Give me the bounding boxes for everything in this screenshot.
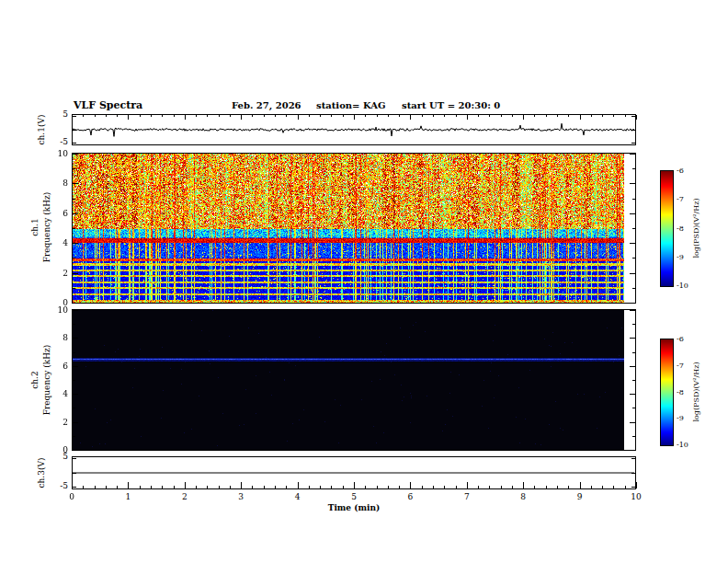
x-tick-label: 1 <box>119 492 137 501</box>
x-minor-tick-top <box>275 115 276 117</box>
x-minor-tick-top <box>106 115 107 117</box>
x-minor-tick-top <box>557 115 558 117</box>
x-minor-tick-top <box>501 115 502 117</box>
ch2-spectrogram-canvas <box>73 310 624 450</box>
x-minor-tick-top <box>489 115 490 117</box>
date-label: Feb. 27, 2026 <box>232 100 301 110</box>
x-minor-tick <box>444 486 445 488</box>
x-minor-tick <box>309 486 310 488</box>
x-major-tick <box>241 482 242 488</box>
freq-tick <box>73 366 78 367</box>
figure-title: VLF Spectra <box>74 99 142 111</box>
x-major-tick <box>298 482 299 488</box>
x-major-tick-top <box>354 115 355 120</box>
colorbar-tick-label: -6 <box>677 167 684 175</box>
volt-tick-right <box>631 116 635 117</box>
volt-tick-right <box>631 473 635 474</box>
x-minor-tick <box>534 486 535 488</box>
ch2-spec-channel-label: ch.2 <box>30 362 40 398</box>
freq-tick <box>73 273 78 274</box>
x-major-tick <box>636 482 637 488</box>
colorbar-ch1-label: log(PSD)(V²/Hz) <box>692 187 701 270</box>
freq-tick-right <box>632 258 635 259</box>
vlf-spectra-figure: VLF Spectra Feb. 27, 2026 station= KAG s… <box>0 0 728 563</box>
freq-tick-right <box>630 338 635 339</box>
x-major-tick <box>467 482 468 488</box>
freq-tick-label: 10 <box>51 149 68 158</box>
x-minor-tick <box>489 486 490 488</box>
x-minor-tick-top <box>331 115 332 117</box>
x-minor-tick-top <box>207 115 208 117</box>
colorbar-ch2-canvas <box>661 339 673 445</box>
x-minor-tick-top <box>422 115 423 117</box>
x-minor-tick <box>219 486 220 488</box>
x-minor-tick-top <box>83 115 84 117</box>
x-minor-tick <box>264 486 265 488</box>
freq-tick-label: 8 <box>51 178 68 188</box>
freq-tick-label: 2 <box>51 269 68 278</box>
volt-tick-right <box>631 130 635 131</box>
colorbar-ch1 <box>660 170 674 287</box>
x-minor-tick <box>140 486 141 488</box>
x-minor-tick-top <box>591 115 592 117</box>
ch3-voltage-axis-label: ch.3(V) <box>37 436 46 510</box>
x-tick-label: 8 <box>514 492 532 501</box>
ch1-spectrogram-panel <box>72 153 636 304</box>
x-minor-tick-top <box>602 115 603 117</box>
freq-tick <box>73 154 78 155</box>
volt-tick <box>73 130 76 131</box>
x-minor-tick-top <box>613 115 614 117</box>
x-minor-tick-top <box>162 115 163 117</box>
x-minor-tick <box>117 486 118 488</box>
volt-tick-right <box>631 487 635 488</box>
x-major-tick-top <box>467 115 468 120</box>
x-tick-label: 10 <box>627 492 645 501</box>
ch3v-ymin-label: -5 <box>51 481 68 490</box>
x-minor-tick <box>230 486 231 488</box>
x-minor-tick <box>399 486 400 488</box>
x-minor-tick-top <box>399 115 400 117</box>
x-minor-tick-top <box>444 115 445 117</box>
x-minor-tick <box>602 486 603 488</box>
colorbar-tick-label: -8 <box>677 388 684 396</box>
x-minor-tick-top <box>219 115 220 117</box>
freq-tick <box>73 324 75 325</box>
x-minor-tick <box>207 486 208 488</box>
x-minor-tick <box>377 486 378 488</box>
freq-tick-right <box>632 324 635 325</box>
x-tick-label: 2 <box>176 492 194 501</box>
x-minor-tick-top <box>286 115 287 117</box>
freq-tick-right <box>632 380 635 381</box>
x-minor-tick-top <box>309 115 310 117</box>
volt-tick <box>73 143 76 144</box>
freq-tick <box>73 183 78 184</box>
x-major-tick-top <box>241 115 242 120</box>
x-major-tick-top <box>185 115 186 120</box>
x-minor-tick-top <box>377 115 378 117</box>
volt-tick-right <box>631 143 635 144</box>
freq-tick-right <box>630 394 635 395</box>
freq-tick-right <box>632 408 635 408</box>
x-minor-tick <box>625 486 626 488</box>
x-minor-tick <box>320 486 321 488</box>
freq-tick <box>73 258 75 259</box>
freq-tick <box>73 408 75 408</box>
freq-tick <box>73 422 78 423</box>
x-minor-tick <box>546 486 547 488</box>
freq-tick-right <box>632 352 635 353</box>
x-minor-tick <box>151 486 152 488</box>
x-minor-tick-top <box>388 115 389 117</box>
x-minor-tick-top <box>512 115 513 117</box>
freq-tick-right <box>632 228 635 229</box>
freq-tick-right <box>632 436 635 437</box>
x-major-tick <box>523 482 524 488</box>
x-minor-tick-top <box>534 115 535 117</box>
volt-tick <box>73 116 76 117</box>
colorbar-tick-label: -6 <box>677 335 684 343</box>
freq-tick-label: 10 <box>51 305 68 315</box>
ch2-spectrogram-panel <box>72 309 636 451</box>
x-minor-tick <box>591 486 592 488</box>
x-minor-tick-top <box>174 115 175 117</box>
x-minor-tick-top <box>320 115 321 117</box>
x-minor-tick <box>568 486 569 488</box>
